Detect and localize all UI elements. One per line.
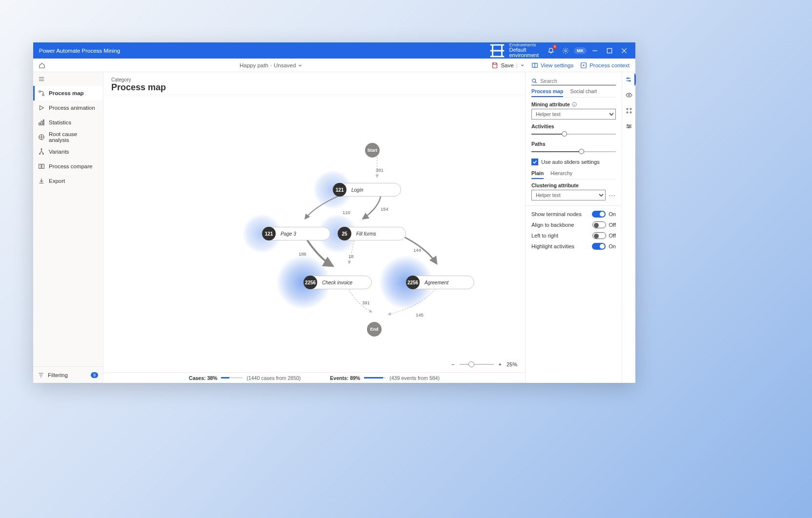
sidebar-item-process-map[interactable]: Process map xyxy=(33,86,103,100)
svg-point-21 xyxy=(627,108,628,110)
edge-label: 110 xyxy=(343,210,350,215)
sidebar-item-root-cause[interactable]: Root cause analysis xyxy=(33,130,103,144)
page-header: Category Process map xyxy=(103,72,525,95)
sidebar-item-export[interactable]: Export xyxy=(33,174,103,188)
mining-attribute-select[interactable]: Helper text xyxy=(531,109,616,120)
node-login[interactable]: 121Login xyxy=(333,183,401,197)
eye-icon xyxy=(626,92,632,99)
process-map-canvas[interactable]: Start End 121Login 121Page 3 25Fill form… xyxy=(103,95,525,372)
node-check-invoice[interactable]: 2256Check invoice xyxy=(304,276,372,289)
status-cases-bar xyxy=(221,377,243,379)
user-avatar[interactable]: MK xyxy=(573,42,588,59)
gear-icon xyxy=(562,47,569,54)
rail-settings-button[interactable] xyxy=(625,122,633,131)
maximize-button[interactable] xyxy=(602,42,617,59)
svg-rect-14 xyxy=(39,164,41,169)
doc-status: Unsaved xyxy=(274,62,296,68)
auto-sliders-checkbox[interactable]: Use auto sliders settings xyxy=(531,159,616,165)
edge-label: 154 xyxy=(381,206,388,212)
rail-sliders-button[interactable] xyxy=(622,75,636,84)
variants-icon xyxy=(38,148,45,155)
clustering-label: Clustering attribute xyxy=(531,182,616,188)
tab-social-chart[interactable]: Social chart xyxy=(570,88,597,97)
settings-panel: Process map Social chart Mining attribut… xyxy=(525,72,622,383)
svg-point-25 xyxy=(627,125,628,126)
document-title[interactable]: Happy path · Unsaved xyxy=(51,62,491,68)
hamburger-button[interactable] xyxy=(33,72,103,86)
search-input[interactable] xyxy=(540,78,616,84)
svg-point-5 xyxy=(39,91,41,93)
view-settings-button[interactable]: View settings xyxy=(531,62,574,69)
tab-process-map[interactable]: Process map xyxy=(531,88,563,97)
toggle-switch[interactable] xyxy=(592,243,606,250)
terminal-start[interactable]: Start xyxy=(365,143,380,158)
search-input-wrap[interactable] xyxy=(531,77,616,85)
rail-nodes-button[interactable] xyxy=(625,106,633,115)
toggle-switch[interactable] xyxy=(592,221,606,228)
node-page3[interactable]: 121Page 3 xyxy=(262,227,330,240)
svg-point-22 xyxy=(630,108,631,110)
home-icon xyxy=(39,62,45,69)
sidebar-item-label: Root cause analysis xyxy=(49,131,98,143)
status-bar: Cases: 38% (1440 cases from 2850) Events… xyxy=(103,372,525,383)
info-icon[interactable] xyxy=(572,102,577,107)
process-context-button[interactable]: Process context xyxy=(580,62,629,69)
toggle-align-backbone: Align to backbone Off xyxy=(531,221,616,228)
clustering-more-button[interactable]: ··· xyxy=(609,191,616,199)
edge-label: 144 xyxy=(413,247,421,253)
filter-icon xyxy=(38,372,44,378)
svg-rect-8 xyxy=(41,121,42,125)
settings-button[interactable] xyxy=(558,42,573,59)
close-button[interactable] xyxy=(617,42,631,59)
toggle-switch[interactable] xyxy=(592,232,606,239)
toggle-switch[interactable] xyxy=(592,211,606,218)
subtab-hierarchy[interactable]: Hierarchy xyxy=(550,170,572,179)
sidebar-filtering[interactable]: Filtering 9 xyxy=(33,366,103,383)
edge-label: 391 xyxy=(376,167,384,173)
doc-name: Happy path xyxy=(240,62,268,68)
sidebar-item-label: Export xyxy=(49,178,65,184)
sidebar-item-variants[interactable]: Variants xyxy=(33,144,103,159)
edge-label: 18 xyxy=(348,254,354,259)
filter-count-badge: 9 xyxy=(91,372,98,378)
toggle-highlight-activities: Highlight activities On xyxy=(531,243,616,250)
settings-alt-icon xyxy=(626,123,632,130)
sidebar-item-process-compare[interactable]: Process compare xyxy=(33,159,103,174)
svg-point-12 xyxy=(40,154,41,155)
rail-view-button[interactable] xyxy=(625,91,633,100)
toolbar: Happy path · Unsaved Save | View setting… xyxy=(33,59,635,72)
environment-picker[interactable]: Environments Default environment xyxy=(488,41,539,60)
status-events-detail: (439 events from 584) xyxy=(389,375,440,381)
save-button[interactable]: Save | xyxy=(491,62,524,69)
play-icon xyxy=(38,104,45,111)
clustering-select[interactable]: Helper text xyxy=(531,190,606,200)
notification-badge: 9 xyxy=(552,44,557,49)
node-fill-forms[interactable]: 25Fill forms xyxy=(338,227,406,240)
edge-label: 391 xyxy=(362,300,370,305)
chevron-down-icon xyxy=(298,63,303,68)
sidebar-item-statistics[interactable]: Statistics xyxy=(33,115,103,130)
svg-point-27 xyxy=(628,127,629,128)
svg-rect-9 xyxy=(43,120,44,125)
subtab-plain[interactable]: Plain xyxy=(531,170,544,179)
svg-point-18 xyxy=(627,78,628,79)
svg-rect-1 xyxy=(607,48,611,53)
process-context-icon xyxy=(580,62,587,69)
paths-slider[interactable] xyxy=(531,148,616,155)
search-icon xyxy=(531,78,537,84)
svg-rect-15 xyxy=(42,164,44,169)
terminal-end[interactable]: End xyxy=(367,322,382,337)
minimize-button[interactable] xyxy=(588,42,602,59)
activities-slider[interactable] xyxy=(531,131,616,137)
home-button[interactable] xyxy=(38,61,46,70)
environment-icon xyxy=(488,41,507,60)
notifications-button[interactable]: 9 xyxy=(544,42,558,59)
hamburger-icon xyxy=(38,76,45,82)
sidebar-item-label: Process animation xyxy=(49,105,95,111)
sidebar-item-label: Process map xyxy=(49,90,84,96)
sidebar-item-process-animation[interactable]: Process animation xyxy=(33,100,103,115)
titlebar: Power Automate Process Mining Environmen… xyxy=(33,42,635,59)
node-agreement[interactable]: 2256Agreement xyxy=(406,276,474,289)
sidebar: Process map Process animation Statistics… xyxy=(33,72,103,383)
sidebar-item-label: Process compare xyxy=(49,163,92,169)
